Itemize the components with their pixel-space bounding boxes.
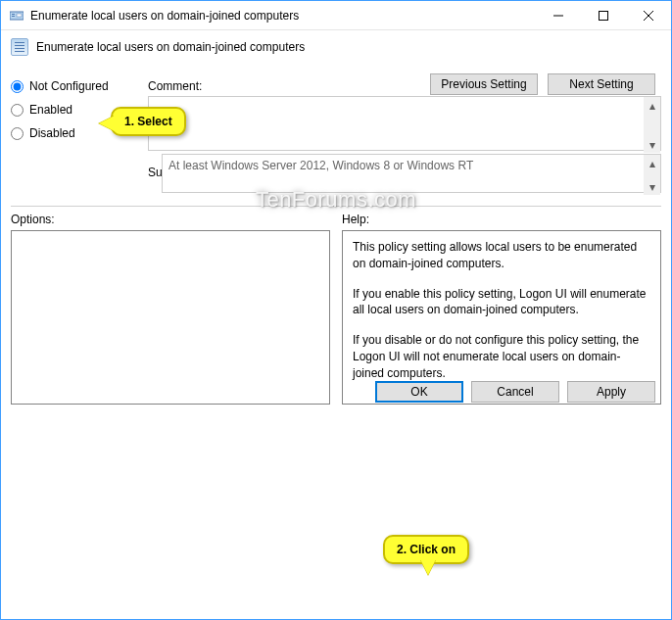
policy-title: Enumerate local users on domain-joined c… — [36, 40, 305, 54]
annotation-callout-2: 2. Click on — [383, 535, 469, 564]
apply-button[interactable]: Apply — [567, 381, 655, 403]
svg-rect-1 — [12, 14, 15, 15]
supported-row: ▴ ▾ — [162, 154, 661, 196]
svg-rect-3 — [17, 14, 22, 17]
help-p3: If you disable or do not configure this … — [353, 332, 650, 381]
comment-scrollbar[interactable]: ▴ ▾ — [644, 97, 660, 153]
minimize-button[interactable] — [536, 1, 581, 30]
options-label: Options: — [11, 213, 330, 226]
supported-textarea[interactable] — [162, 154, 661, 193]
radio-not-configured-label: Not Configured — [29, 79, 109, 93]
content-area: Enumerate local users on domain-joined c… — [1, 30, 671, 414]
separator — [11, 206, 661, 207]
radio-enabled-label: Enabled — [29, 103, 72, 117]
help-column: Help: This policy setting allows local u… — [342, 213, 661, 405]
policy-editor-window: Enumerate local users on domain-joined c… — [0, 0, 672, 620]
options-column: Options: — [11, 213, 330, 405]
cancel-button[interactable]: Cancel — [471, 381, 559, 403]
help-label: Help: — [342, 213, 661, 226]
help-box[interactable]: This policy setting allows local users t… — [342, 230, 661, 405]
window-title: Enumerate local users on domain-joined c… — [30, 9, 536, 23]
help-p1: This policy setting allows local users t… — [353, 239, 650, 272]
scroll-down-icon[interactable]: ▾ — [644, 178, 660, 195]
ok-button[interactable]: OK — [375, 381, 463, 403]
title-bar[interactable]: Enumerate local users on domain-joined c… — [1, 1, 671, 30]
scroll-up-icon[interactable]: ▴ — [644, 97, 660, 114]
scroll-up-icon[interactable]: ▴ — [644, 155, 660, 171]
radio-disabled-input[interactable] — [11, 127, 24, 140]
radio-enabled-input[interactable] — [11, 104, 24, 117]
radio-disabled-label: Disabled — [29, 126, 75, 140]
help-p2: If you enable this policy setting, Logon… — [353, 286, 650, 319]
radio-not-configured[interactable]: Not Configured — [11, 79, 128, 93]
radio-not-configured-input[interactable] — [11, 80, 24, 93]
scroll-down-icon[interactable]: ▾ — [644, 136, 660, 153]
policy-header: Enumerate local users on domain-joined c… — [11, 38, 661, 56]
maximize-button[interactable] — [581, 1, 626, 30]
annotation-callout-1: 1. Select — [111, 107, 186, 136]
supported-scrollbar[interactable]: ▴ ▾ — [644, 155, 660, 195]
comment-textarea[interactable] — [148, 96, 661, 151]
lower-section: Options: Help: This policy setting allow… — [11, 213, 661, 405]
app-icon — [9, 8, 24, 24]
footer-buttons: OK Cancel Apply — [375, 381, 655, 403]
policy-icon — [11, 38, 28, 56]
svg-rect-5 — [600, 11, 608, 20]
options-box[interactable] — [11, 230, 330, 405]
svg-rect-2 — [12, 16, 15, 17]
comment-label: Comment: — [148, 79, 202, 93]
close-button[interactable] — [626, 1, 671, 30]
